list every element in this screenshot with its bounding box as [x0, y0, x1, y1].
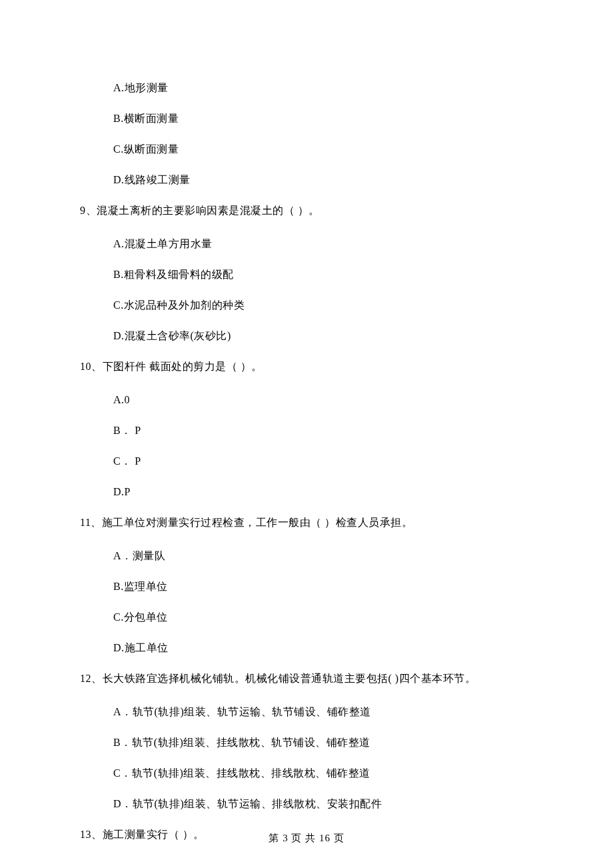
q10-text: 10、下图杆件 截面处的剪力是（ ）。	[80, 359, 533, 375]
q12-option-d: D．轨节(轨排)组装、轨节运输、排线散枕、安装扣配件	[113, 796, 533, 812]
q11-options: A．测量队 B.监理单位 C.分包单位 D.施工单位	[113, 548, 533, 656]
q9-text: 9、混凝土离析的主要影响因素是混凝土的（ ）。	[80, 203, 533, 219]
q8-option-b: B.横断面测量	[113, 111, 533, 127]
q10-option-c: C． P	[113, 453, 533, 469]
document-page: A.地形测量 B.横断面测量 C.纵断面测量 D.线路竣工测量 9、混凝土离析的…	[0, 0, 613, 868]
q12-option-b: B．轨节(轨排)组装、挂线散枕、轨节铺设、铺砟整道	[113, 735, 533, 751]
q8-option-c: C.纵断面测量	[113, 141, 533, 157]
q9-option-c: C.水泥品种及外加剂的种类	[113, 297, 533, 313]
q10-option-d: D.P	[113, 484, 533, 500]
q9-option-b: B.粗骨料及细骨料的级配	[113, 267, 533, 283]
q11-text: 11、施工单位对测量实行过程检查，工作一般由（ ）检查人员承担。	[80, 515, 533, 531]
q12-option-c: C．轨节(轨排)组装、挂线散枕、排线散枕、铺砟整道	[113, 765, 533, 781]
page-footer: 第 3 页 共 16 页	[0, 831, 613, 846]
q11-option-a: A．测量队	[113, 548, 533, 564]
q12-text: 12、长大铁路宜选择机械化铺轨。机械化铺设普通轨道主要包括( )四个基本环节。	[80, 671, 533, 687]
q11-option-c: C.分包单位	[113, 609, 533, 625]
q10-option-a: A.0	[113, 392, 533, 408]
q11-option-d: D.施工单位	[113, 640, 533, 656]
q11-option-b: B.监理单位	[113, 579, 533, 595]
q8-option-d: D.线路竣工测量	[113, 172, 533, 188]
q9-option-a: A.混凝土单方用水量	[113, 236, 533, 252]
q10-options: A.0 B． P C． P D.P	[113, 392, 533, 500]
q9-option-d: D.混凝土含砂率(灰砂比)	[113, 328, 533, 344]
q10-option-b: B． P	[113, 423, 533, 439]
q12-option-a: A．轨节(轨排)组装、轨节运输、轨节铺设、铺砟整道	[113, 704, 533, 720]
q8-option-a: A.地形测量	[113, 80, 533, 96]
q12-options: A．轨节(轨排)组装、轨节运输、轨节铺设、铺砟整道 B．轨节(轨排)组装、挂线散…	[113, 704, 533, 812]
q9-options: A.混凝土单方用水量 B.粗骨料及细骨料的级配 C.水泥品种及外加剂的种类 D.…	[113, 236, 533, 344]
q8-options: A.地形测量 B.横断面测量 C.纵断面测量 D.线路竣工测量	[113, 80, 533, 188]
